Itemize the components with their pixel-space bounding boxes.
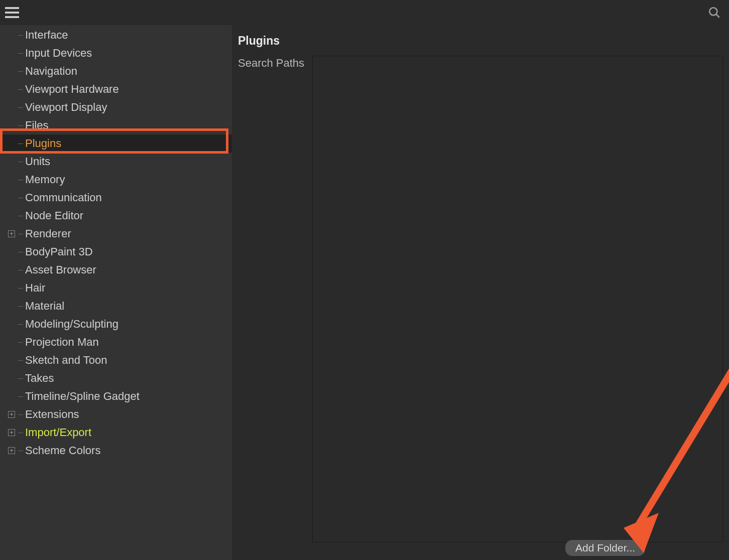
- sidebar-item-input-devices[interactable]: Input Devices: [0, 44, 232, 62]
- sidebar-item-label: Projection Man: [25, 336, 99, 349]
- sidebar-item-import-export[interactable]: +Import/Export: [0, 424, 232, 442]
- sidebar-item-extensions[interactable]: +Extensions: [0, 405, 232, 424]
- expand-icon[interactable]: +: [8, 447, 15, 454]
- sidebar-item-label: Units: [25, 155, 50, 168]
- sidebar-item-label: Navigation: [25, 65, 77, 78]
- sidebar-item-sketch-and-toon[interactable]: Sketch and Toon: [0, 351, 232, 369]
- expand-icon[interactable]: +: [8, 230, 15, 237]
- sidebar-item-renderer[interactable]: +Renderer: [0, 225, 232, 243]
- svg-line-1: [716, 14, 719, 18]
- search-paths-label: Search Paths: [238, 56, 304, 542]
- sidebar-item-label: Import/Export: [25, 426, 91, 439]
- sidebar-item-label: Takes: [25, 372, 54, 385]
- sidebar-item-modeling-sculpting[interactable]: Modeling/Sculpting: [0, 315, 232, 333]
- sidebar-item-label: Node Editor: [25, 209, 83, 222]
- sidebar-item-label: Renderer: [25, 227, 71, 240]
- sidebar-item-label: Modeling/Sculpting: [25, 318, 118, 331]
- sidebar-item-viewport-hardware[interactable]: Viewport Hardware: [0, 80, 232, 98]
- sidebar-item-files[interactable]: Files: [0, 116, 232, 134]
- search-paths-list[interactable]: [312, 56, 723, 542]
- sidebar-item-interface[interactable]: Interface: [0, 26, 232, 44]
- sidebar-item-takes[interactable]: Takes: [0, 369, 232, 387]
- sidebar-item-scheme-colors[interactable]: +Scheme Colors: [0, 442, 232, 460]
- preferences-sidebar: InterfaceInput DevicesNavigationViewport…: [0, 25, 232, 560]
- sidebar-item-label: Extensions: [25, 408, 79, 421]
- sidebar-item-units[interactable]: Units: [0, 153, 232, 171]
- sidebar-item-label: Asset Browser: [25, 263, 96, 276]
- sidebar-item-label: Interface: [25, 29, 68, 42]
- sidebar-item-material[interactable]: Material: [0, 297, 232, 315]
- sidebar-item-memory[interactable]: Memory: [0, 171, 232, 189]
- add-folder-button[interactable]: Add Folder...: [565, 540, 645, 556]
- expand-icon[interactable]: +: [8, 411, 15, 418]
- sidebar-item-communication[interactable]: Communication: [0, 189, 232, 207]
- sidebar-item-label: Scheme Colors: [25, 444, 100, 457]
- toolbar: [0, 0, 729, 25]
- sidebar-item-node-editor[interactable]: Node Editor: [0, 207, 232, 225]
- sidebar-item-label: Plugins: [25, 137, 61, 150]
- search-icon[interactable]: [705, 3, 724, 22]
- main-container: InterfaceInput DevicesNavigationViewport…: [0, 25, 729, 560]
- sidebar-item-asset-browser[interactable]: Asset Browser: [0, 261, 232, 279]
- sidebar-item-label: Files: [25, 119, 48, 132]
- content-panel: Plugins Search Paths Add Folder...: [232, 25, 729, 560]
- sidebar-item-plugins[interactable]: Plugins: [0, 134, 232, 153]
- sidebar-item-label: Input Devices: [25, 47, 92, 60]
- sidebar-item-label: Communication: [25, 191, 102, 204]
- sidebar-item-label: Viewport Hardware: [25, 83, 119, 96]
- sidebar-item-projection-man[interactable]: Projection Man: [0, 333, 232, 351]
- hamburger-menu-icon[interactable]: [5, 7, 19, 18]
- svg-point-0: [709, 8, 717, 15]
- sidebar-item-label: Sketch and Toon: [25, 354, 107, 367]
- expand-icon[interactable]: +: [8, 429, 15, 436]
- sidebar-item-label: Hair: [25, 282, 45, 295]
- sidebar-item-label: Material: [25, 300, 64, 313]
- sidebar-item-label: BodyPaint 3D: [25, 245, 93, 258]
- sidebar-item-navigation[interactable]: Navigation: [0, 62, 232, 80]
- sidebar-item-label: Viewport Display: [25, 101, 107, 114]
- panel-title: Plugins: [238, 34, 723, 48]
- sidebar-item-viewport-display[interactable]: Viewport Display: [0, 98, 232, 116]
- sidebar-item-label: Timeline/Spline Gadget: [25, 390, 140, 403]
- sidebar-item-timeline-spline-gadget[interactable]: Timeline/Spline Gadget: [0, 387, 232, 405]
- sidebar-item-hair[interactable]: Hair: [0, 279, 232, 297]
- sidebar-item-label: Memory: [25, 173, 65, 186]
- sidebar-item-bodypaint-3d[interactable]: BodyPaint 3D: [0, 243, 232, 261]
